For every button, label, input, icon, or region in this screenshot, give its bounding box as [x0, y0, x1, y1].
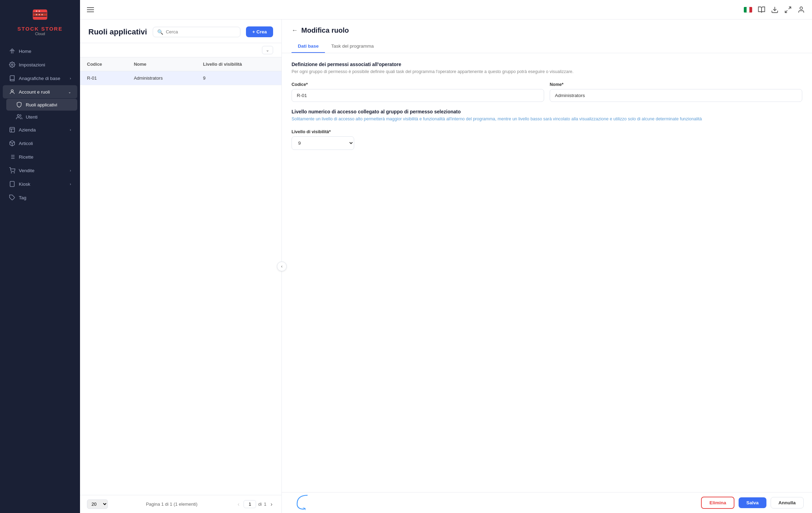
sidebar-item-ruoli[interactable]: Ruoli applicativi: [6, 99, 77, 111]
book-icon: [9, 75, 15, 81]
sidebar-label-tag: Tag: [19, 195, 26, 200]
users-icon: [16, 114, 22, 120]
sidebar-label-ricette: Ricette: [19, 154, 33, 160]
expand-icon[interactable]: [784, 6, 792, 14]
permissions-desc: Per ogni gruppo di permesso è possibile …: [292, 69, 802, 75]
svg-point-9: [11, 64, 13, 66]
sidebar-item-azienda[interactable]: Azienda ›: [3, 123, 77, 136]
sidebar-item-articoli[interactable]: Articoli: [3, 137, 77, 150]
table-footer: 10 20 50 100 Pagina 1 di 1 (1 elementi) …: [80, 495, 281, 513]
sidebar-item-kiosk[interactable]: Kiosk ›: [3, 177, 77, 191]
sidebar-label-account: Account e ruoli: [19, 89, 50, 95]
svg-point-7: [39, 14, 40, 15]
access-title: Livello numerico di accesso collegato al…: [292, 109, 802, 114]
of-label: di: [258, 502, 262, 507]
next-page-button[interactable]: ›: [269, 500, 274, 508]
svg-point-4: [36, 10, 37, 12]
sidebar: STOCK STORE Cloud Home Impostazioni Anag…: [0, 0, 80, 513]
create-button[interactable]: + Crea: [246, 26, 273, 37]
svg-line-26: [789, 7, 791, 9]
tablet-icon: [9, 181, 15, 187]
svg-point-11: [17, 114, 19, 117]
back-arrow-button[interactable]: ←: [292, 27, 298, 34]
detail-header: ← Modifica ruolo Dati base Task del prog…: [282, 19, 812, 53]
tag-icon: [9, 194, 15, 201]
sidebar-label-kiosk: Kiosk: [19, 182, 30, 187]
cart-icon: [9, 167, 15, 174]
codice-label: Codice*: [292, 82, 544, 87]
sidebar-item-tag[interactable]: Tag: [3, 191, 77, 204]
sidebar-item-home[interactable]: Home: [3, 45, 77, 58]
svg-line-27: [785, 10, 787, 12]
filter-bar: ⌄: [80, 43, 281, 57]
topbar-right: [744, 6, 805, 14]
flag-italy-icon[interactable]: [744, 7, 752, 13]
page-size-selector: 10 20 50 100: [87, 499, 108, 509]
svg-point-6: [36, 14, 37, 15]
chevron-icon-azienda: ›: [70, 128, 71, 132]
detail-body: Definizione dei permessi associati all'o…: [282, 53, 812, 492]
table-row[interactable]: R-01 Administrators 9: [80, 71, 281, 85]
logo-area: STOCK STORE Cloud: [0, 0, 80, 41]
sidebar-item-impostazioni[interactable]: Impostazioni: [3, 58, 77, 71]
sidebar-item-anagrafiche[interactable]: Anagrafiche di base ›: [3, 72, 77, 85]
codice-input[interactable]: [292, 89, 544, 102]
page-number-input[interactable]: [244, 500, 256, 508]
collapse-panel-button[interactable]: ‹: [277, 262, 287, 271]
arrow-indicator-area: [290, 494, 315, 512]
svg-point-8: [41, 14, 43, 15]
search-icon: 🔍: [157, 29, 163, 35]
roles-table: Codice Nome Livello di visibilità R-01 A…: [80, 57, 281, 85]
nome-label: Nome*: [550, 82, 802, 87]
detail-panel: ← Modifica ruolo Dati base Task del prog…: [282, 19, 812, 492]
box-icon: [9, 140, 15, 146]
curved-arrow-icon: [290, 494, 315, 511]
sidebar-label-ruoli: Ruoli applicativi: [26, 102, 57, 107]
detail-title: Modifica ruolo: [301, 26, 349, 34]
tab-task-programma[interactable]: Task del programma: [325, 40, 380, 53]
save-button[interactable]: Salva: [739, 497, 766, 508]
tab-dati-base[interactable]: Dati base: [292, 40, 325, 53]
sidebar-item-account[interactable]: Account e ruoli ⌄: [3, 85, 77, 98]
permissions-title: Definizione dei permessi associati all'o…: [292, 62, 802, 67]
delete-button[interactable]: Elimina: [701, 497, 734, 509]
detail-tabs: Dati base Task del programma: [292, 40, 802, 53]
page-size-select[interactable]: 10 20 50 100: [87, 499, 108, 509]
search-box[interactable]: 🔍: [153, 27, 241, 37]
sidebar-label-impostazioni: Impostazioni: [19, 62, 45, 67]
chevron-down-icon: ⌄: [68, 90, 71, 94]
access-desc: Solitamente un livello di accesso alto p…: [292, 116, 802, 122]
user-icon[interactable]: [797, 6, 805, 14]
app-name: STOCK STORE: [17, 26, 63, 32]
sidebar-label-vendite: Vendite: [19, 168, 34, 173]
content-area: Ruoli applicativi 🔍 + Crea ⌄: [80, 19, 812, 513]
shield-icon: [16, 102, 22, 108]
settings-icon: [9, 62, 15, 68]
action-bar: Elimina Salva Annulla: [282, 492, 812, 513]
col-nome: Nome: [127, 57, 196, 71]
chevron-icon-vendite: ›: [70, 169, 71, 173]
download-icon[interactable]: [771, 6, 779, 14]
svg-point-28: [800, 7, 802, 9]
nome-input[interactable]: [550, 89, 802, 102]
book-open-icon[interactable]: [758, 6, 765, 14]
cancel-button[interactable]: Annulla: [771, 497, 804, 508]
detail-title-row: ← Modifica ruolo: [292, 26, 802, 34]
prev-page-button[interactable]: ‹: [236, 500, 241, 508]
sidebar-label-azienda: Azienda: [19, 127, 36, 133]
visibility-select[interactable]: 1234 5678 9: [292, 136, 354, 150]
sidebar-item-utenti[interactable]: Utenti: [6, 111, 77, 123]
hamburger-menu[interactable]: [87, 7, 94, 12]
topbar-left: [87, 7, 94, 12]
form-row-main: Codice* Nome*: [292, 82, 802, 102]
sidebar-nav: Home Impostazioni Anagrafiche di base › …: [0, 41, 80, 513]
search-input[interactable]: [166, 29, 236, 34]
sidebar-item-vendite[interactable]: Vendite ›: [3, 164, 77, 177]
sidebar-item-ricette[interactable]: Ricette: [3, 150, 77, 163]
svg-rect-12: [10, 127, 15, 132]
filter-button[interactable]: ⌄: [262, 46, 273, 54]
cell-livello: 9: [196, 71, 281, 85]
app-subtitle: Cloud: [35, 32, 45, 36]
chevron-icon-kiosk: ›: [70, 182, 71, 186]
form-group-nome: Nome*: [550, 82, 802, 102]
